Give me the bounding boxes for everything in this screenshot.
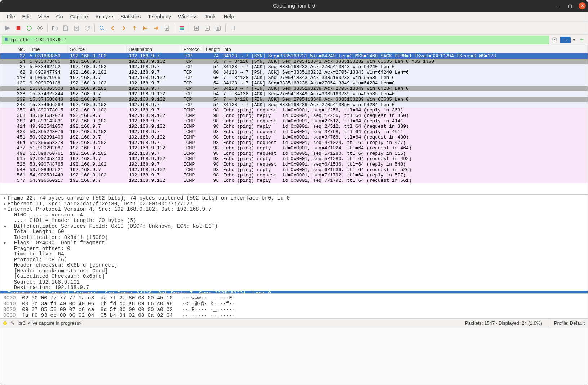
save-file-icon[interactable] (61, 23, 71, 33)
packet-row[interactable]: 1209.909979138192.168.9.102192.168.9.7TC… (0, 80, 588, 86)
menu-analyze[interactable]: Analyze (92, 13, 116, 20)
col-info[interactable]: Info (221, 45, 588, 53)
detail-line[interactable]: Header checksum: 0x6bfd [correct] (0, 263, 588, 268)
go-last-icon[interactable] (151, 23, 161, 33)
packet-row[interactable]: 23915.374588048192.168.9.7192.168.9.102T… (0, 97, 588, 102)
start-capture-icon[interactable] (3, 23, 13, 33)
zoom-reset-icon[interactable]: 1 (213, 23, 223, 33)
menu-statistics[interactable]: Statistics (118, 13, 143, 20)
packet-row[interactable]: 1189.909671965192.168.9.7192.168.9.102TC… (0, 75, 588, 80)
detail-line[interactable]: [Calculated Checksum: 0x6bfd] (0, 274, 588, 280)
packet-row[interactable]: 20215.365365503192.168.9.102192.168.9.7T… (0, 86, 588, 91)
menu-help[interactable]: Help (221, 13, 237, 20)
packet-row[interactable]: 49252.898760761192.168.9.102192.168.9.7I… (0, 151, 588, 156)
packet-details-pane[interactable]: ▸Frame 22: 74 bytes on wire (592 bits), … (0, 195, 588, 294)
zoom-in-icon[interactable] (191, 23, 202, 33)
reload-file-icon[interactable] (82, 23, 92, 33)
detail-line[interactable]: Destination: 192.168.9.7 (0, 285, 588, 291)
menu-edit[interactable]: Edit (19, 13, 34, 20)
bookmark-icon[interactable] (4, 37, 9, 43)
packet-row[interactable]: 38949.893143831192.168.9.102192.168.9.7I… (0, 118, 588, 124)
packet-list-body[interactable]: 225.031688859192.168.9.102192.168.9.7TCP… (0, 53, 588, 194)
apply-filter-button[interactable]: → (560, 37, 571, 43)
packet-row[interactable]: 51552.907058430192.168.9.7192.168.9.102I… (0, 156, 588, 162)
display-filter-field[interactable] (2, 36, 549, 44)
detail-line[interactable]: ▸Frame 22: 74 bytes on wire (592 bits), … (0, 196, 588, 201)
go-back-icon[interactable] (108, 23, 118, 33)
detail-line[interactable]: Total Length: 60 (0, 229, 588, 235)
add-filter-button[interactable]: ＋ (578, 36, 586, 44)
colorize-icon[interactable] (177, 23, 187, 33)
packet-row[interactable]: 24015.374666264192.168.9.102192.168.9.7T… (0, 102, 588, 108)
packet-row[interactable]: 56154.902531443192.168.9.102192.168.9.7I… (0, 172, 588, 178)
menu-go[interactable]: Go (53, 13, 66, 20)
expert-info-icon[interactable]: ✎ (10, 320, 15, 326)
packet-row[interactable]: 225.031688859192.168.9.102192.168.9.7TCP… (0, 53, 588, 59)
detail-line[interactable]: ▾Internet Protocol Version 4, Src: 192.1… (0, 207, 588, 213)
detail-line[interactable]: ▸Ethernet II, Src: 1a:c3:da:7f:2e:80, Ds… (0, 201, 588, 207)
packet-row[interactable]: 54853.908992521192.168.9.7192.168.9.102I… (0, 167, 588, 172)
auto-scroll-icon[interactable] (162, 23, 172, 33)
packet-row[interactable]: 45150.902391406192.168.9.7192.168.9.102I… (0, 135, 588, 140)
packet-list-header[interactable]: No. Time Source Destination Protocol Len… (0, 45, 588, 53)
packet-row[interactable]: 43050.895243076192.168.9.102192.168.9.7I… (0, 129, 588, 135)
packet-row[interactable]: 255.033462452192.168.9.102192.168.9.7TCP… (0, 64, 588, 70)
capture-options-icon[interactable] (35, 23, 45, 33)
packet-row[interactable]: 23815.374322844192.168.9.7192.168.9.102T… (0, 91, 588, 97)
menu-wireless[interactable]: Wireless (175, 13, 200, 20)
stop-capture-icon[interactable] (13, 23, 23, 33)
filter-history-dropdown-icon[interactable]: ▾ (572, 37, 576, 43)
packet-row[interactable]: 41449.902541057192.168.9.7192.168.9.102I… (0, 124, 588, 129)
col-time[interactable]: Time (27, 45, 68, 53)
detail-line[interactable]: 0100 .... = Version: 4 (0, 213, 588, 218)
packet-row[interactable]: 245.033373485192.168.9.7192.168.9.102TCP… (0, 59, 588, 64)
minimize-button[interactable]: – (554, 2, 561, 9)
packet-row[interactable]: 47751.900292087192.168.9.7192.168.9.102I… (0, 145, 588, 151)
find-packet-icon[interactable] (97, 23, 107, 33)
menu-file[interactable]: File (4, 13, 18, 20)
resize-columns-icon[interactable] (228, 23, 238, 33)
close-button[interactable]: ✕ (579, 2, 586, 9)
go-to-packet-icon[interactable] (129, 23, 140, 33)
hex-line[interactable]: 0030 fa f0 93 ec 00 00 02 04 05 b4 04 02… (3, 312, 585, 318)
menu-telephony[interactable]: Telephony (145, 13, 174, 20)
packet-row[interactable]: 52653.900748765192.168.9.102192.168.9.7I… (0, 162, 588, 167)
packet-row[interactable]: 46451.896658378192.168.9.102192.168.9.7I… (0, 140, 588, 145)
open-file-icon[interactable] (50, 23, 60, 33)
detail-line[interactable]: [Header checksum status: Good] (0, 268, 588, 274)
detail-line[interactable]: Source: 192.168.9.102 (0, 280, 588, 285)
packet-row[interactable]: 36348.894682078192.168.9.7192.168.9.102I… (0, 113, 588, 118)
col-source[interactable]: Source (68, 45, 127, 53)
packet-row[interactable]: 629.893947794192.168.9.102192.168.9.7TCP… (0, 70, 588, 75)
go-forward-icon[interactable] (119, 23, 129, 33)
detail-line[interactable]: Identification: 0x3af1 (15089) (0, 235, 588, 241)
detail-line[interactable]: ▸Transmission Control Protocol, Src Port… (0, 291, 588, 295)
col-no[interactable]: No. (0, 45, 27, 53)
col-length[interactable]: Length (204, 45, 221, 53)
menu-view[interactable]: View (35, 13, 52, 20)
status-profile[interactable]: Profile: Default (554, 320, 585, 326)
detail-line[interactable]: ▸ Flags: 0x4000, Don't fragment (0, 240, 588, 246)
col-destination[interactable]: Destination (127, 45, 181, 53)
go-first-icon[interactable] (140, 23, 150, 33)
packet-bytes-pane[interactable]: 0000 02 00 00 77 77 77 1a c3 da 7f 2e 80… (0, 294, 588, 318)
menu-tools[interactable]: Tools (202, 13, 220, 20)
detail-line[interactable]: Fragment offset: 0 (0, 246, 588, 252)
maximize-button[interactable]: ▢ (566, 2, 574, 9)
hex-line[interactable]: 0010 00 3c 3a f1 40 00 40 06 6b fd c0 a8… (3, 301, 585, 307)
display-filter-input[interactable] (10, 37, 547, 43)
restart-capture-icon[interactable] (24, 23, 34, 33)
zoom-out-icon[interactable] (202, 23, 212, 33)
detail-line[interactable]: .... 0101 = Header Length: 20 bytes (5) (0, 218, 588, 224)
menu-capture[interactable]: Capture (67, 13, 91, 20)
packet-row[interactable]: 35048.890978015192.168.9.102192.168.9.7I… (0, 108, 588, 113)
col-protocol[interactable]: Protocol (181, 45, 204, 53)
detail-line[interactable]: Protocol: TCP (6) (0, 257, 588, 263)
hex-line[interactable]: 0000 02 00 00 77 77 77 1a c3 da 7f 2e 80… (3, 295, 585, 301)
clear-filter-icon[interactable] (551, 37, 558, 43)
detail-line[interactable]: Time to live: 64 (0, 251, 588, 257)
detail-line[interactable]: ▸ Differentiated Services Field: 0x10 (D… (0, 224, 588, 229)
packet-row[interactable]: 57754.906560217192.168.9.7192.168.9.102I… (0, 178, 588, 183)
hex-line[interactable]: 0020 09 07 85 50 00 07 c6 ca 8d 5f 00 00… (3, 307, 585, 312)
close-file-icon[interactable] (71, 23, 81, 33)
